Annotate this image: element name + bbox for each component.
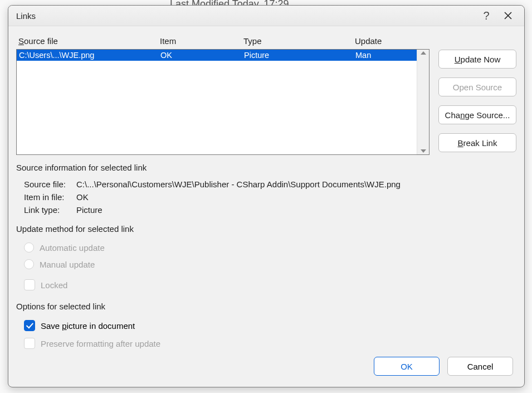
source-info-title: Source information for selected link: [16, 163, 516, 172]
scroll-down-icon[interactable]: [421, 149, 426, 153]
source-info-section: Source information for selected link Sou…: [16, 163, 516, 216]
options-section: Options for selected link Save picture i…: [16, 302, 516, 352]
cell-update: Man: [355, 51, 417, 60]
link-type-value: Picture: [76, 205, 103, 215]
links-listbox[interactable]: C:\Users\...\WJE.png OK Picture Man: [16, 49, 429, 155]
close-icon: [504, 12, 512, 20]
update-now-button[interactable]: Update Now: [438, 50, 516, 69]
update-method-title: Update method for selected link: [16, 224, 516, 234]
upper-area: Source file Item Type Update C:\Users\..…: [16, 34, 516, 155]
open-source-button[interactable]: Open Source: [438, 77, 516, 96]
dialog-footer: OK Cancel: [16, 352, 516, 379]
preserve-formatting-checkbox: Preserve formatting after update: [16, 334, 516, 352]
break-link-button[interactable]: Break Link: [438, 133, 516, 152]
side-buttons: Update Now Open Source Change Source... …: [438, 34, 516, 155]
manual-update-radio: Manual update: [16, 256, 516, 273]
header-type: Type: [243, 36, 355, 46]
list-item[interactable]: C:\Users\...\WJE.png OK Picture Man: [17, 50, 417, 61]
radio-icon: [24, 259, 34, 269]
cancel-button[interactable]: Cancel: [447, 357, 513, 376]
update-method-section: Update method for selected link Automati…: [16, 224, 516, 294]
column-headers: Source file Item Type Update: [16, 34, 429, 49]
cell-item: OK: [160, 51, 244, 60]
checkbox-icon[interactable]: [24, 320, 35, 331]
item-in-file-label: Item in file:: [24, 192, 76, 202]
automatic-update-radio: Automatic update: [16, 239, 516, 256]
scroll-up-icon[interactable]: [421, 51, 426, 55]
link-type-label: Link type:: [24, 205, 76, 215]
locked-checkbox: Locked: [16, 276, 516, 294]
scrollbar[interactable]: [417, 50, 429, 154]
header-source: Source file: [18, 36, 160, 46]
header-update: Update: [355, 36, 429, 46]
item-in-file-value: OK: [76, 192, 89, 202]
cell-source: C:\Users\...\WJE.png: [19, 51, 160, 60]
save-picture-checkbox[interactable]: Save picture in document: [16, 317, 516, 334]
header-item: Item: [160, 36, 243, 46]
close-button[interactable]: [496, 7, 520, 25]
options-title: Options for selected link: [16, 302, 516, 311]
help-button[interactable]: ?: [476, 9, 496, 22]
dialog-title: Links: [16, 11, 476, 21]
source-file-value: C:\...\Personal\Customers\WJE\Publisher …: [76, 179, 401, 189]
titlebar: Links ?: [8, 6, 524, 26]
cell-type: Picture: [244, 51, 355, 60]
list-content: C:\Users\...\WJE.png OK Picture Man: [17, 50, 417, 154]
radio-icon: [24, 242, 34, 253]
links-dialog: Links ? Source file Item Type Update C:\…: [8, 5, 525, 387]
list-area: Source file Item Type Update C:\Users\..…: [16, 34, 429, 155]
ok-button[interactable]: OK: [374, 357, 440, 376]
checkbox-icon: [24, 338, 35, 349]
source-file-label: Source file:: [24, 179, 76, 189]
change-source-button[interactable]: Change Source...: [438, 105, 516, 124]
dialog-content: Source file Item Type Update C:\Users\..…: [8, 26, 524, 387]
checkbox-icon: [24, 279, 35, 290]
